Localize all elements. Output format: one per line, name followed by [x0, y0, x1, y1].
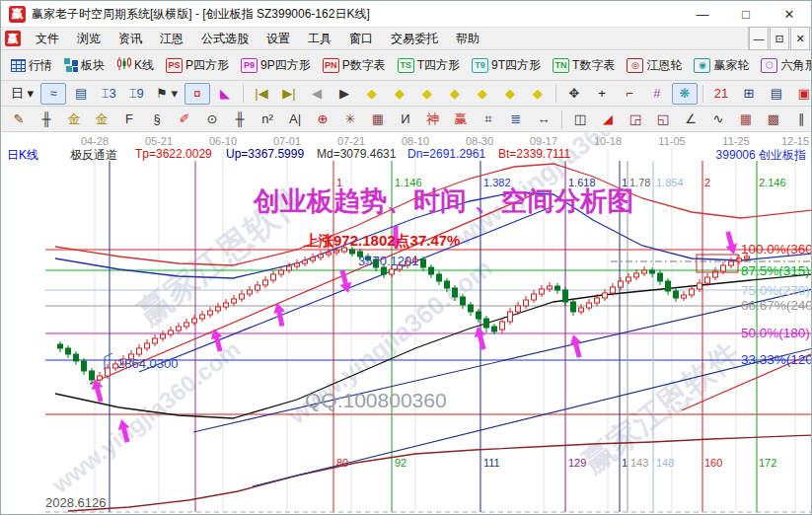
close-button[interactable]: ✕ — [768, 1, 811, 28]
wave-tool-button[interactable]: И — [393, 109, 418, 130]
text-tool-button[interactable]: A| — [282, 109, 308, 130]
zoom-diamond-all-button[interactable]: ◆ — [525, 83, 551, 105]
ruler-123-tool-button[interactable]: ≣ — [503, 109, 529, 130]
fan-box-tool-button[interactable]: ◲ — [623, 109, 648, 130]
pattern-box-button[interactable]: ¤ — [185, 83, 210, 105]
pen-tool-button[interactable]: ✎ — [6, 109, 32, 130]
p-number-button[interactable]: PNP数字表 — [318, 54, 391, 77]
golden-section-tool-button[interactable]: 金 — [61, 109, 87, 130]
kline-chart-canvas[interactable]: 赢家江恩软件www.yingjia360.comwww.yingjia360.c… — [1, 132, 812, 515]
step-back-button[interactable]: ◀ — [304, 83, 330, 105]
bars-9-button[interactable]: ⌶9 — [123, 83, 149, 105]
maximize-button[interactable]: □ — [724, 1, 768, 28]
zoom-diamond-in-button[interactable]: ◆ — [442, 83, 468, 105]
mdi-close-button[interactable]: ✕ — [790, 27, 810, 50]
date-tick-label: 07-01 — [273, 135, 301, 147]
candle — [571, 302, 576, 312]
blocks-button[interactable]: 板块 — [59, 54, 110, 77]
star-cycle-tool-button[interactable]: ✳ — [337, 109, 363, 130]
fan-box2-tool-button[interactable]: ◱ — [650, 109, 676, 130]
chart-window-icon: ≈ — [45, 86, 61, 102]
brush-tool-button[interactable]: ✐ — [172, 109, 197, 130]
candle — [532, 294, 537, 300]
gann-circle-tool-button[interactable]: ⊕ — [310, 109, 335, 130]
gann-wheel-button[interactable]: ◎江恩轮 — [622, 54, 687, 77]
hexagon-button[interactable]: ⬡六角形 — [756, 54, 811, 77]
p-square-button[interactable]: PSP四方形 — [161, 54, 234, 77]
n-square-tool-icon: n² — [259, 111, 275, 127]
width-measure-tool-button[interactable]: ↔ — [531, 109, 556, 130]
t-square-button[interactable]: TST四方形 — [393, 54, 465, 77]
gann-grid-tool-button[interactable]: ▦ — [365, 109, 391, 130]
zoom-diamond-out-button[interactable]: ◆ — [470, 83, 495, 105]
golden-box-tool-button[interactable]: 金 — [89, 109, 114, 130]
calendar-button[interactable]: 21 — [708, 83, 734, 105]
calculator-button[interactable]: ⊞ — [736, 83, 762, 105]
menu-item-0[interactable]: 文件 — [27, 28, 68, 49]
stat-flag-button[interactable]: ◣ — [212, 83, 238, 105]
candle — [603, 293, 608, 298]
crosshair-button[interactable]: + — [589, 83, 615, 105]
chart-window-button[interactable]: ≈ — [40, 83, 66, 105]
zigzag-tool-button[interactable]: ∿ — [705, 109, 731, 130]
grid-pattern-tool-button[interactable]: ▩ — [761, 109, 786, 130]
bars-3-button[interactable]: ⌶3 — [96, 83, 121, 105]
step-forward-button[interactable]: ▶ — [332, 83, 357, 105]
p9-square-button[interactable]: P99P四方形 — [236, 54, 316, 77]
analysis-brain-button[interactable]: ❋ — [672, 83, 698, 105]
minimize-button[interactable]: — — [681, 1, 724, 28]
menu-item-5[interactable]: 设置 — [258, 28, 299, 49]
save-disk-button[interactable]: ▣ — [791, 83, 811, 105]
grid-tool-button[interactable]: ⌗ — [476, 109, 501, 130]
hatch-tool-button[interactable]: ╫ — [34, 109, 59, 130]
period-day-selector-button[interactable]: 日 ▾ — [6, 83, 38, 105]
report-button[interactable]: ▤ — [68, 83, 94, 105]
angle-lines-tool-button[interactable]: ∠ — [678, 109, 703, 130]
notes-button[interactable]: ▤ — [764, 83, 789, 105]
menu-item-6[interactable]: 工具 — [299, 28, 340, 49]
winner-wheel-button[interactable]: ◉赢家轮 — [689, 54, 754, 77]
grid-net-button[interactable]: # — [644, 83, 670, 105]
menu-item-1[interactable]: 浏览 — [68, 28, 110, 49]
menu-item-8[interactable]: 交易委托 — [382, 28, 447, 49]
menu-item-4[interactable]: 公式选股 — [192, 28, 258, 49]
zoom-diamond-v-button[interactable]: ◆ — [497, 83, 523, 105]
signal-arrow-up — [567, 332, 585, 358]
shen-tool-button[interactable]: 神 — [420, 109, 446, 130]
gann-fan-tool-button[interactable]: ◢ — [595, 109, 621, 130]
first-bar-button[interactable]: |◀ — [249, 83, 274, 105]
parallel-lines-tool-button[interactable]: ∥ — [788, 109, 811, 130]
candle — [106, 368, 111, 376]
candle — [98, 376, 103, 380]
menu-item-3[interactable]: 江恩 — [151, 28, 192, 49]
kline-button[interactable]: K线 — [111, 53, 159, 77]
fib-f-tool-button[interactable]: F — [116, 109, 142, 130]
candle — [619, 281, 624, 287]
quotes-button[interactable]: 行情 — [6, 54, 57, 77]
n-square-tool-button[interactable]: n² — [255, 109, 280, 130]
mdi-minimize-button[interactable]: — — [749, 27, 769, 50]
main-toolbar: 行情板块K线PSP四方形P99P四方形PNP数字表TST四方形T99T四方形TN… — [1, 50, 811, 81]
cycle-count-label: 143 — [630, 457, 648, 469]
t-number-button[interactable]: TNT数字表 — [548, 54, 620, 77]
time-cycle-tool-button[interactable]: ⊙ — [199, 109, 225, 130]
zoom-diamond-left-button[interactable]: ◆ — [359, 83, 385, 105]
section9-tool-button[interactable]: § — [144, 109, 170, 130]
ratio-label: 2.146 — [759, 177, 786, 188]
mdi-restore-button[interactable]: ⊡ — [770, 27, 789, 50]
zoom-diamond-right-button[interactable]: ◆ — [387, 83, 412, 105]
pattern-box-icon: ¤ — [189, 86, 205, 102]
drag-hand-button[interactable]: ✥ — [561, 83, 587, 105]
menu-item-2[interactable]: 资讯 — [110, 28, 151, 49]
ying-tool-button[interactable]: 赢 — [448, 109, 474, 130]
last-bar-button[interactable]: ▶| — [276, 83, 302, 105]
hatch2-tool-button[interactable]: ╫ — [227, 109, 253, 130]
measure-key-button[interactable]: ⌐ — [617, 83, 642, 105]
grid-cross-tool-button[interactable]: ▦ — [733, 109, 759, 130]
zoom-diamond-h-button[interactable]: ◆ — [414, 83, 440, 105]
menu-item-9[interactable]: 帮助 — [447, 28, 488, 49]
t9-square-button[interactable]: T99T四方形 — [467, 54, 546, 77]
flag-marker-button[interactable]: ⚑ ▾ — [151, 83, 183, 105]
window-split-tool-button[interactable]: ◫ — [567, 109, 593, 130]
menu-item-7[interactable]: 窗口 — [340, 28, 382, 49]
